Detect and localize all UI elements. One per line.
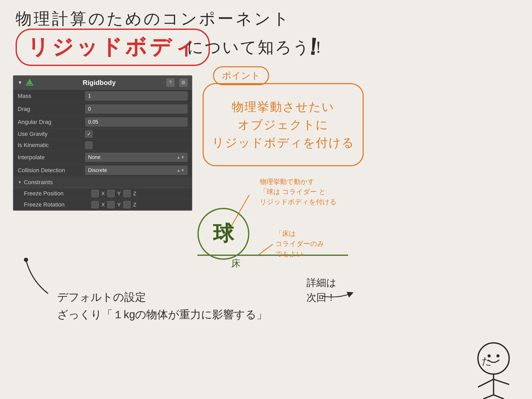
svg-line-8 [494, 395, 504, 399]
default-line1: デフォルトの設定 [57, 291, 146, 303]
svg-point-0 [24, 258, 28, 262]
freeze-rotation-z-checkbox[interactable] [123, 201, 131, 208]
freeze-position-x-checkbox[interactable] [91, 190, 99, 197]
interpolate-value[interactable]: None ▲▼ [85, 153, 188, 162]
collision-detection-selected: Discrete [88, 167, 107, 173]
freeze-position-row: Freeze Position X Y Z [14, 188, 192, 199]
angular-drag-label: Angular Drag [18, 119, 85, 125]
point-label: ポイント [222, 70, 260, 81]
constraints-label: Constraints [24, 179, 53, 186]
settings-button[interactable]: ⚙ [179, 78, 188, 87]
rigidbody-title-container: リジッドボディ [16, 29, 210, 66]
rigidbody-label: リジッドボディ [27, 35, 198, 59]
freeze-position-label: Freeze Position [24, 190, 91, 197]
annotation-ball: 物理挙動で動かす「球は コライダー とリジッドボディを付ける [260, 177, 338, 207]
help-button[interactable]: ? [166, 78, 175, 87]
collision-detection-dropdown-arrow-icon: ▲▼ [176, 168, 185, 173]
use-gravity-label: Use Gravity [18, 131, 85, 137]
interpolate-selected: None [88, 154, 101, 160]
freeze-rotation-z-label: Z [133, 202, 136, 208]
is-kinematic-checkbox[interactable] [85, 142, 92, 149]
default-line2: ざっくり「１kgの物体が重力に影響する」 [57, 308, 267, 321]
ball-circle: 球 [197, 208, 249, 260]
freeze-rotation-row: Freeze Rotation X Y Z [14, 199, 192, 210]
interpolate-dropdown-arrow-icon: ▲▼ [176, 155, 185, 160]
use-gravity-value[interactable]: ✓ [85, 130, 188, 138]
freeze-rotation-y-label: Y [117, 202, 121, 208]
point-bubble: ポイント [213, 66, 269, 85]
collision-detection-label: Collision Detection [18, 167, 85, 174]
annotation-floor: 「床はコライダーのみでもよい [275, 229, 340, 259]
main-bubble-text: 物理挙動させたいオブジェクトにリジッドボディを付ける [212, 98, 355, 152]
svg-line-5 [478, 379, 494, 387]
floor-label: 床 [231, 257, 241, 270]
ta-label: た [482, 355, 492, 368]
freeze-rotation-y-checkbox[interactable] [107, 201, 115, 208]
mass-input[interactable]: 1 [85, 91, 188, 101]
freeze-position-z-label: Z [133, 191, 136, 197]
drag-row: Drag 0 [14, 103, 192, 116]
inspector-panel: ▼ Rigidbody ? ⚙ Mass 1 Drag 0 Angular Dr… [13, 75, 192, 211]
svg-line-7 [483, 395, 494, 399]
interpolate-label: Interpolate [18, 154, 85, 161]
exclamation-mark: ！ [300, 30, 326, 64]
collision-detection-dropdown[interactable]: Discrete ▲▼ [85, 166, 188, 175]
is-kinematic-value[interactable] [85, 142, 188, 149]
mass-value[interactable]: 1 [85, 91, 188, 101]
freeze-rotation-label: Freeze Rotation [24, 201, 91, 208]
drag-input[interactable]: 0 [85, 104, 188, 114]
use-gravity-row: Use Gravity ✓ [14, 129, 192, 140]
is-kinematic-label: Is Kinematic [18, 142, 85, 149]
drag-value[interactable]: 0 [85, 104, 188, 114]
inspector-title: Rigidbody [37, 79, 162, 87]
freeze-position-z-checkbox[interactable] [123, 190, 131, 197]
freeze-rotation-x-checkbox[interactable] [91, 201, 99, 208]
unity-component-icon [25, 78, 34, 87]
freeze-rotation-checkboxes: X Y Z [91, 201, 188, 208]
main-bubble: 物理挙動させたいオブジェクトにリジッドボディを付ける [203, 83, 364, 166]
freeze-position-y-label: Y [117, 191, 121, 197]
freeze-rotation-x-label: X [101, 202, 105, 208]
angular-drag-input[interactable]: 0.05 [85, 117, 188, 127]
use-gravity-checkbox[interactable]: ✓ [85, 130, 92, 138]
collision-detection-row: Collision Detection Discrete ▲▼ [14, 164, 192, 177]
freeze-position-checkboxes: X Y Z [91, 190, 188, 197]
page-title: 物理計算のためのコンポーネント [16, 8, 291, 30]
ball-kanji: 球 [213, 220, 234, 248]
default-settings-label: デフォルトの設定 ざっくり「１kgの物体が重力に影響する」 [57, 288, 267, 323]
inspector-header: ▼ Rigidbody ? ⚙ [14, 76, 192, 90]
freeze-position-x-label: X [101, 191, 105, 197]
svg-point-3 [496, 354, 500, 357]
freeze-position-y-checkbox[interactable] [107, 190, 115, 197]
svg-line-6 [494, 379, 509, 384]
angular-drag-row: Angular Drag 0.05 [14, 116, 192, 129]
mass-label: Mass [18, 93, 85, 99]
constraints-section-header[interactable]: ▼ Constraints [14, 177, 192, 188]
interpolate-row: Interpolate None ▲▼ [14, 151, 192, 164]
mass-row: Mass 1 [14, 90, 192, 103]
rigidbody-oval: リジッドボディ [16, 29, 210, 66]
drag-label: Drag [18, 106, 85, 112]
constraints-collapse-icon: ▼ [18, 180, 22, 185]
angular-drag-value[interactable]: 0.05 [85, 117, 188, 127]
is-kinematic-row: Is Kinematic [14, 140, 192, 151]
collision-detection-value[interactable]: Discrete ▲▼ [85, 166, 188, 175]
next-time-label: 詳細は次回！ [307, 275, 336, 305]
interpolate-dropdown[interactable]: None ▲▼ [85, 153, 188, 162]
collapse-arrow-icon[interactable]: ▼ [18, 80, 22, 85]
